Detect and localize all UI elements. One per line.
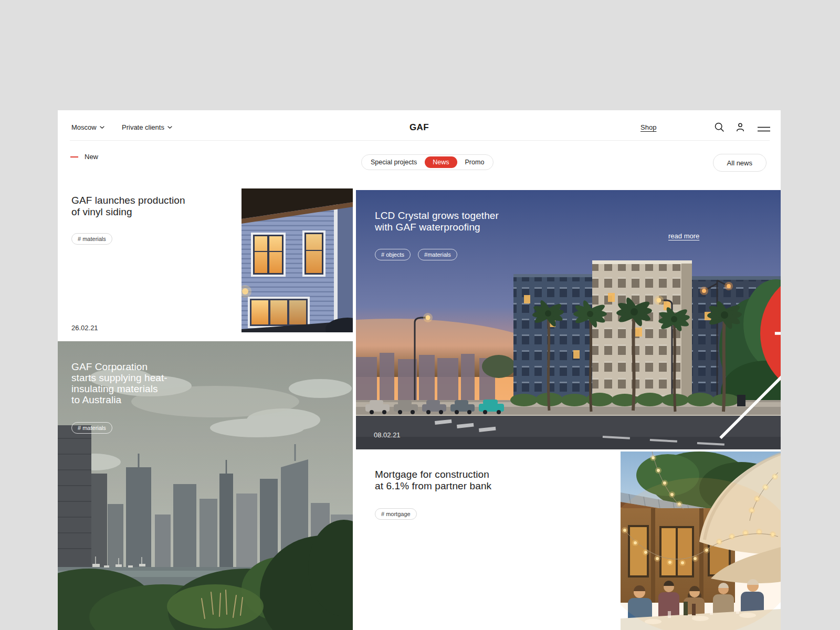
read-more-button[interactable]: [613, 204, 781, 449]
audience-selector[interactable]: Private clients: [122, 123, 172, 132]
news-card-vinyl-siding[interactable]: GAF launches production of vinyl siding …: [70, 188, 353, 332]
search-button[interactable]: [713, 121, 725, 133]
header-divider: [70, 140, 770, 141]
hamburger-icon: [757, 126, 771, 132]
search-icon: [714, 122, 724, 132]
read-more-link[interactable]: read more: [668, 232, 699, 240]
news-filter-tabs: Special projects News Promo: [361, 154, 494, 170]
chevron-down-icon: [167, 126, 172, 129]
all-news-button[interactable]: All news: [713, 154, 766, 172]
news-card-lcd-crystal[interactable]: LCD Crystal grows together with GAF wate…: [356, 190, 781, 449]
menu-button[interactable]: [757, 125, 771, 133]
tag-materials[interactable]: # materials: [71, 233, 112, 245]
card-date: 26.02.21: [71, 324, 98, 332]
tag-materials[interactable]: #materials: [418, 249, 457, 260]
profile-button[interactable]: [734, 121, 746, 133]
audience-label: Private clients: [122, 123, 164, 132]
tag-materials[interactable]: # materials: [71, 422, 112, 434]
tab-news[interactable]: News: [425, 156, 457, 168]
news-card-australia[interactable]: GAF Corporation starts supplying heat- i…: [58, 341, 353, 630]
card-title: Mortgage for construction at 6.1% from p…: [375, 469, 491, 492]
page: Moscow Private clients GAF Shop: [0, 0, 840, 630]
card-title: LCD Crystal grows together with GAF wate…: [375, 210, 499, 233]
brand-logo[interactable]: GAF: [410, 122, 429, 133]
region-selector[interactable]: Moscow: [71, 123, 104, 132]
shop-link[interactable]: Shop: [640, 123, 656, 132]
news-image-house-vinyl-siding: [242, 188, 353, 332]
tab-special-projects[interactable]: Special projects: [364, 159, 424, 166]
red-dash: [70, 156, 78, 158]
card-title: GAF Corporation starts supplying heat- i…: [71, 361, 167, 405]
news-card-mortgage[interactable]: Mortgage for construction at 6.1% from p…: [369, 452, 781, 630]
tag-mortgage[interactable]: # mortgage: [375, 508, 417, 520]
card-tags: # objects #materials: [375, 249, 457, 260]
chevron-down-icon: [100, 126, 104, 129]
news-image-outdoor-dinner: [621, 452, 781, 630]
section-label-new: New: [70, 153, 98, 161]
card-date: 08.02.21: [374, 431, 401, 439]
content-panel: Moscow Private clients GAF Shop: [58, 110, 781, 630]
user-icon: [735, 122, 746, 132]
region-label: Moscow: [71, 123, 97, 132]
card-title: GAF launches production of vinyl siding: [71, 195, 185, 218]
tag-objects[interactable]: # objects: [375, 249, 411, 260]
tab-promo[interactable]: Promo: [458, 159, 491, 166]
